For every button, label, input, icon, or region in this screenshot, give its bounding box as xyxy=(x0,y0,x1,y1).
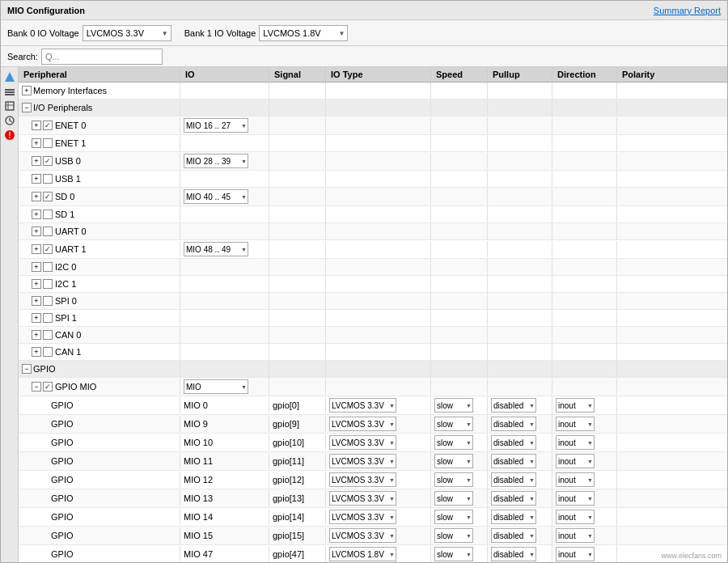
uart1-row: + UART 1 MIO 48 .. 49 xyxy=(19,240,727,259)
gpio-row-pullup-2: disabled enabled xyxy=(488,434,552,451)
gpio-iotype-select-0[interactable]: LVCMOS 3.3V LVCMOS 1.8V LVCMOS 2.5V xyxy=(329,398,396,413)
usb1-expand[interactable]: + xyxy=(32,174,41,184)
gpio-pullup-select-2[interactable]: disabled enabled xyxy=(491,435,536,450)
gpio-direction-select-8[interactable]: inout in out xyxy=(556,547,595,561)
i2c0-checkbox[interactable] xyxy=(43,262,53,272)
enet1-checkbox[interactable] xyxy=(43,138,53,148)
i2c1-expand[interactable]: + xyxy=(32,279,41,289)
sd0-io-select[interactable]: MIO 40 .. 45 xyxy=(184,189,248,204)
gpio-data-row-3: GPIO MIO 11 gpio[11] LVCMOS 3.3V LVCMOS … xyxy=(19,452,727,471)
usb0-expand[interactable]: + xyxy=(32,156,41,166)
gpio-section-label: GPIO xyxy=(33,364,56,374)
gpio-speed-select-6[interactable]: slow fast xyxy=(434,510,473,524)
gpio-mio-io-select[interactable]: MIO xyxy=(184,379,248,394)
sd0-label: SD 0 xyxy=(55,192,74,201)
gpio-speed-select-3[interactable]: slow fast xyxy=(434,454,473,468)
gpio-direction-select-2[interactable]: inout in out xyxy=(556,435,595,450)
gpio-iotype-select-7[interactable]: LVCMOS 3.3V LVCMOS 1.8V LVCMOS 2.5V xyxy=(329,528,396,543)
enet1-expand[interactable]: + xyxy=(32,138,41,148)
gpio-row-label-0: GPIO xyxy=(19,397,180,413)
gpio-row-label-2: GPIO xyxy=(19,434,180,451)
can1-checkbox[interactable] xyxy=(43,347,53,357)
gpio-direction-select-4[interactable]: inout in out xyxy=(556,472,595,487)
can0-checkbox[interactable] xyxy=(43,330,53,340)
gpio-iotype-select-6[interactable]: LVCMOS 3.3V LVCMOS 1.8V LVCMOS 2.5V xyxy=(329,510,396,524)
search-input[interactable] xyxy=(41,49,163,65)
gpio-section-expand[interactable]: − xyxy=(22,364,32,374)
sd1-expand[interactable]: + xyxy=(32,210,41,219)
sd1-checkbox[interactable] xyxy=(43,210,53,219)
sidebar-icon-1[interactable] xyxy=(3,70,16,83)
usb0-io-select[interactable]: MIO 28 .. 39 xyxy=(184,154,248,168)
gpio-speed-select-2[interactable]: slow fast xyxy=(434,435,473,450)
i2c0-expand[interactable]: + xyxy=(32,262,41,272)
gpio-direction-select-7[interactable]: inout in out xyxy=(556,528,595,543)
gpio-row-iotype-5: LVCMOS 3.3V LVCMOS 1.8V LVCMOS 2.5V xyxy=(326,489,431,507)
gpio-direction-select-1[interactable]: inout in out xyxy=(556,417,595,431)
uart1-expand[interactable]: + xyxy=(32,244,41,254)
gpio-iotype-select-8[interactable]: LVCMOS 1.8V LVCMOS 1.8V LVCMOS 2.5V xyxy=(329,547,396,561)
gpio-iotype-select-5[interactable]: LVCMOS 3.3V LVCMOS 1.8V LVCMOS 2.5V xyxy=(329,491,396,506)
gpio-iotype-select-3[interactable]: LVCMOS 3.3V LVCMOS 1.8V LVCMOS 2.5V xyxy=(329,454,396,468)
enet0-io-select[interactable]: MIO 16 .. 27 xyxy=(184,118,248,133)
gpio-mio-expand[interactable]: − xyxy=(32,382,41,392)
gpio-row-pullup-6: disabled enabled xyxy=(488,508,552,526)
gpio-pullup-select-7[interactable]: disabled enabled xyxy=(491,528,536,543)
gpio-speed-select-0[interactable]: slow fast xyxy=(434,398,473,413)
uart1-io-select[interactable]: MIO 48 .. 49 xyxy=(184,242,248,256)
enet1-label: ENET 1 xyxy=(55,138,86,148)
gpio-row-label-1: GPIO xyxy=(19,416,180,432)
enet0-expand[interactable]: + xyxy=(32,121,41,130)
gpio-speed-select-7[interactable]: slow fast xyxy=(434,528,473,543)
gpio-speed-select-4[interactable]: slow fast xyxy=(434,472,473,487)
usb0-checkbox[interactable] xyxy=(43,156,53,166)
sidebar-icon-2[interactable] xyxy=(3,85,16,98)
gpio-row-direction-5: inout in out xyxy=(552,489,617,507)
gpio-direction-select-6[interactable]: inout in out xyxy=(556,510,595,524)
gpio-speed-select-5[interactable]: slow fast xyxy=(434,491,473,506)
gpio-row-speed-4: slow fast xyxy=(431,471,488,489)
gpio-speed-select-1[interactable]: slow fast xyxy=(434,417,473,431)
uart0-expand[interactable]: + xyxy=(32,226,41,236)
i2c1-checkbox[interactable] xyxy=(43,279,53,289)
sidebar-icon-4[interactable] xyxy=(3,114,16,127)
gpio-direction-select-3[interactable]: inout in out xyxy=(556,454,595,468)
spi0-expand[interactable]: + xyxy=(32,296,41,306)
can0-expand[interactable]: + xyxy=(32,330,41,340)
memory-interfaces-expand[interactable]: + xyxy=(22,86,32,95)
uart0-checkbox[interactable] xyxy=(43,226,53,236)
gpio-direction-select-0[interactable]: inout in out xyxy=(556,398,595,413)
gpio-pullup-select-6[interactable]: disabled enabled xyxy=(491,510,536,524)
summary-report-link[interactable]: Summary Report xyxy=(654,6,721,15)
gpio-pullup-select-5[interactable]: disabled enabled xyxy=(491,491,536,506)
gpio-pullup-select-3[interactable]: disabled enabled xyxy=(491,454,536,468)
svg-marker-0 xyxy=(5,72,15,82)
gpio-pullup-select-4[interactable]: disabled enabled xyxy=(491,472,536,487)
gpio-iotype-select-2[interactable]: LVCMOS 3.3V LVCMOS 1.8V LVCMOS 2.5V xyxy=(329,435,396,450)
gpio-row-iotype-7: LVCMOS 3.3V LVCMOS 1.8V LVCMOS 2.5V xyxy=(326,527,431,544)
usb1-checkbox[interactable] xyxy=(43,174,53,184)
gpio-row-pullup-4: disabled enabled xyxy=(488,471,552,489)
gpio-pullup-select-8[interactable]: disabled enabled xyxy=(491,547,536,561)
spi0-checkbox[interactable] xyxy=(43,296,53,306)
io-peripherals-expand[interactable]: − xyxy=(22,103,32,112)
spi1-expand[interactable]: + xyxy=(32,313,41,323)
sd0-checkbox[interactable] xyxy=(43,192,53,201)
gpio-iotype-select-4[interactable]: LVCMOS 3.3V LVCMOS 1.8V LVCMOS 2.5V xyxy=(329,472,396,487)
gpio-speed-select-8[interactable]: slow fast xyxy=(434,547,473,561)
enet0-row: + ENET 0 MIO 16 .. 27 xyxy=(19,116,727,135)
gpio-iotype-select-1[interactable]: LVCMOS 3.3V LVCMOS 1.8V LVCMOS 2.5V xyxy=(329,417,396,431)
bank0-select[interactable]: LVCMOS 3.3V LVCMOS 1.8V LVCMOS 2.5V xyxy=(83,25,171,41)
sidebar-icon-error[interactable]: ! xyxy=(3,129,16,142)
bank1-select[interactable]: LVCMOS 1.8V LVCMOS 3.3V LVCMOS 2.5V xyxy=(259,25,348,41)
sd0-expand[interactable]: + xyxy=(32,192,41,201)
can1-expand[interactable]: + xyxy=(32,347,41,357)
enet0-checkbox[interactable] xyxy=(43,121,53,130)
gpio-pullup-select-0[interactable]: disabled enabled xyxy=(491,398,536,413)
uart1-checkbox[interactable] xyxy=(43,244,53,254)
gpio-direction-select-5[interactable]: inout in out xyxy=(556,491,595,506)
spi1-checkbox[interactable] xyxy=(43,313,53,323)
gpio-pullup-select-1[interactable]: disabled enabled xyxy=(491,417,536,431)
sidebar-icon-3[interactable] xyxy=(3,99,16,112)
gpio-mio-checkbox[interactable] xyxy=(43,382,53,392)
